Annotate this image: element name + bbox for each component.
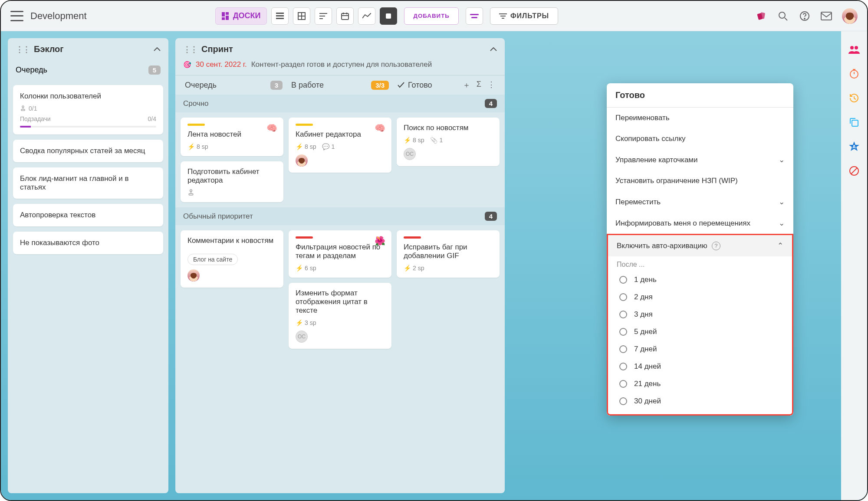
search-icon[interactable]	[777, 10, 789, 22]
col-body: Поиск по новостям 8 sp 1 ОС	[397, 118, 500, 202]
sprint-header: Спринт	[175, 38, 505, 60]
story-points: 8 sp	[404, 137, 424, 144]
task-card[interactable]: Подготовить кабинет редактора	[181, 161, 283, 202]
popup-notify[interactable]: Информировать меня о перемещениях⌄	[607, 213, 793, 234]
auto-archive-option[interactable]: 5 дней	[608, 323, 792, 341]
column-popup: Готово Переименовать Скопировать ссылку …	[607, 83, 793, 416]
col-body: 🌺 Фильтрация новостей по тегам и раздела…	[289, 230, 391, 488]
lane-body: 🧠 Лента новостей 8 sp Подготовить кабине…	[175, 112, 505, 207]
col-body: 🧠 Кабинет редактора 8 sp 1	[289, 118, 391, 202]
sprint-goal: 30 сент. 2022 г. Контент-раздел готов и …	[175, 60, 505, 75]
backlog-card[interactable]: Блок лид-магнит на главной и в статьях	[13, 167, 163, 199]
calendar-view-button[interactable]	[336, 7, 354, 25]
table-view-button[interactable]	[293, 7, 310, 25]
popup-move[interactable]: Переместить⌄	[607, 191, 793, 213]
brain-icon: 🧠	[375, 123, 385, 133]
task-card[interactable]: Изменить формат отображения цитат в текс…	[289, 283, 391, 349]
cards-icon[interactable]	[755, 10, 767, 22]
sort-view-button[interactable]	[315, 7, 332, 25]
chevron-down-icon: ⌄	[779, 155, 785, 164]
archive-view-button[interactable]	[380, 7, 397, 25]
mail-icon[interactable]	[820, 10, 832, 22]
auto-archive-option[interactable]: 3 дня	[608, 306, 792, 323]
sprint-title: Спринт	[201, 44, 233, 54]
svg-point-42	[850, 46, 854, 49]
story-points: 6 sp	[296, 265, 316, 272]
svg-rect-13	[342, 13, 349, 20]
backlog-card[interactable]: Колонки пользователей 0/1 Подзадачи 0/4	[13, 85, 163, 134]
timer-icon[interactable]	[848, 68, 860, 80]
drag-icon[interactable]	[183, 44, 197, 54]
help-icon[interactable]: ?	[712, 242, 720, 250]
help-icon[interactable]	[799, 10, 811, 22]
popup-rename[interactable]: Переименовать	[607, 108, 793, 128]
chart-view-button[interactable]	[358, 7, 375, 25]
backlog-queue-row: Очередь 5	[8, 60, 168, 80]
svg-point-23	[779, 12, 785, 18]
task-card[interactable]: 🧠 Лента новостей 8 sp	[181, 118, 283, 156]
popup-wip-limit[interactable]: Установить ограничение НЗП (WIP)	[607, 170, 793, 191]
svg-rect-4	[276, 13, 284, 14]
auto-archive-option[interactable]: 30 дней	[608, 393, 792, 410]
task-card[interactable]: Поиск по новостям 8 sp 1 ОС	[397, 118, 500, 166]
chevron-down-icon: ⌄	[779, 197, 785, 206]
svg-rect-6	[276, 18, 284, 19]
card-title: Подготовить кабинет редактора	[187, 167, 276, 185]
filters-button[interactable]: ФИЛЬТРЫ	[490, 7, 558, 25]
collapse-icon[interactable]	[490, 47, 497, 52]
collapse-icon[interactable]	[154, 47, 161, 52]
subtasks-stat: 0/1	[20, 105, 156, 112]
drag-icon[interactable]	[16, 44, 30, 54]
svg-rect-1	[226, 12, 229, 15]
card-tag: Блог на сайте	[187, 254, 238, 265]
backlog-cards: Колонки пользователей 0/1 Подзадачи 0/4 …	[8, 80, 168, 259]
check-icon	[398, 82, 404, 88]
svg-rect-17	[386, 13, 391, 19]
radio-icon	[619, 345, 627, 353]
popup-manage-cards[interactable]: Управление карточками⌄	[607, 149, 793, 170]
popup-copy-link[interactable]: Скопировать ссылку	[607, 128, 793, 149]
task-card[interactable]: 🌺 Фильтрация новостей по тегам и раздела…	[289, 230, 391, 278]
svg-rect-27	[821, 12, 832, 20]
members-icon[interactable]	[848, 43, 860, 56]
copy-icon[interactable]	[848, 116, 860, 128]
boards-view-button[interactable]: ДОСКИ	[215, 7, 267, 25]
popup-auto-archive[interactable]: Включить авто-архивацию ? ⌃	[608, 235, 792, 256]
radio-icon	[619, 363, 627, 370]
col-header-done: Готово ＋ Σ ⋮	[393, 80, 500, 90]
auto-archive-option[interactable]: 2 дня	[608, 288, 792, 306]
goal-date: 30 сент. 2022 г.	[196, 60, 247, 69]
backlog-card[interactable]: Не показываются фото	[13, 232, 163, 254]
backlog-card[interactable]: Сводка популярных статей за месяц	[13, 140, 163, 162]
priority-button[interactable]	[466, 7, 483, 25]
topbar-right	[755, 8, 858, 24]
block-icon[interactable]	[848, 165, 860, 177]
menu-icon[interactable]	[10, 11, 23, 21]
backlog-card[interactable]: Автопроверка текстов	[13, 204, 163, 226]
task-card[interactable]: Исправить баг при добавлении GIF 2 sp	[397, 230, 500, 278]
task-card[interactable]: Комментарии к новостям Блог на сайте	[181, 230, 283, 288]
card-title: Фильтрация новостей по тегам и разделам	[296, 243, 385, 260]
col-header-queue: Очередь 3	[181, 80, 287, 90]
attachments-count: 1	[430, 137, 443, 144]
user-avatar[interactable]	[842, 8, 858, 24]
auto-archive-option[interactable]: 21 день	[608, 375, 792, 393]
auto-archive-option[interactable]: 1 день	[608, 271, 792, 288]
svg-rect-5	[276, 15, 284, 16]
add-button[interactable]: ДОБАВИТЬ	[404, 7, 459, 25]
column-menu-icon[interactable]: ⋮	[487, 80, 495, 90]
after-label: После ...	[608, 256, 792, 271]
svg-point-26	[804, 18, 805, 19]
list-view-button[interactable]	[271, 7, 289, 25]
auto-archive-option[interactable]: 14 дней	[608, 358, 792, 375]
popup-title: Готово	[607, 83, 793, 108]
automation-icon[interactable]: A	[848, 141, 860, 153]
add-card-icon[interactable]: ＋	[463, 80, 470, 90]
task-card[interactable]: 🧠 Кабинет редактора 8 sp 1	[289, 118, 391, 173]
backlog-header: Бэклог	[8, 38, 168, 60]
lane-body: Комментарии к новостям Блог на сайте 🌺 Ф…	[175, 225, 505, 493]
history-icon[interactable]	[848, 92, 860, 104]
priority-bar	[296, 236, 313, 239]
auto-archive-option[interactable]: 7 дней	[608, 341, 792, 358]
sum-icon[interactable]: Σ	[477, 80, 481, 90]
